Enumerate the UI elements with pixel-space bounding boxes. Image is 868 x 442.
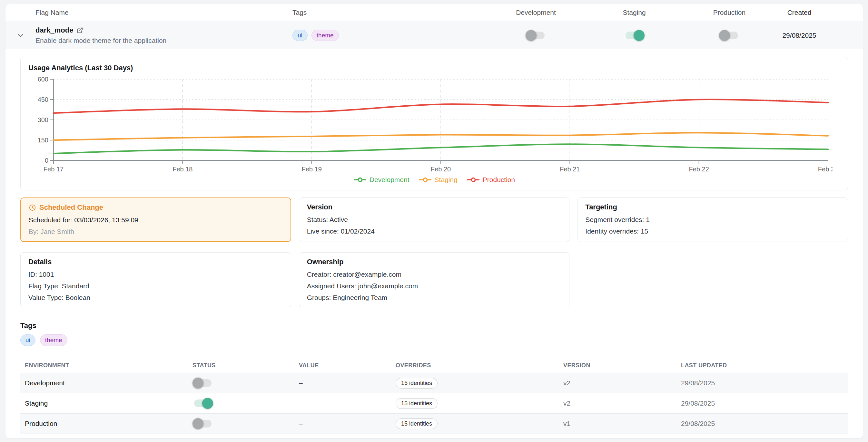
targeting-card: Targeting Segment overrides: 1 Identity … [577, 198, 848, 242]
identities-badge[interactable]: 15 identities [396, 418, 438, 429]
header-development: Development [488, 9, 584, 16]
svg-text:600: 600 [38, 76, 49, 83]
svg-text:Feb 17: Feb 17 [43, 166, 64, 172]
col-environment: ENVIRONMENT [20, 362, 188, 369]
chart-title: Usage Analytics (Last 30 Days) [28, 64, 840, 72]
svg-text:300: 300 [38, 116, 49, 124]
flag-name: dark_mode [35, 26, 73, 34]
ownership-creator: Creator: creator@example.com [307, 270, 562, 279]
svg-text:Feb 18: Feb 18 [173, 166, 192, 172]
chevron-down-icon[interactable] [17, 31, 25, 40]
col-value: VALUE [294, 362, 391, 369]
scheduled-change-title: Scheduled Change [39, 203, 103, 212]
col-status: STATUS [188, 362, 294, 369]
env-value: – [294, 379, 391, 387]
header-flag-name: Flag Name [35, 9, 292, 16]
env-name: Development [20, 379, 188, 387]
ownership-groups: Groups: Engineering Team [307, 293, 562, 302]
flag-row-dark-mode[interactable]: dark_mode Enable dark mode theme for the… [5, 21, 863, 49]
development-toggle[interactable] [526, 30, 546, 41]
targeting-title: Targeting [585, 203, 840, 211]
details-flag-type: Flag Type: Standard [28, 281, 283, 290]
env-value: – [294, 420, 391, 428]
flag-description: Enable dark mode theme for the applicati… [35, 37, 292, 44]
env-name: Production [20, 420, 188, 428]
tag-theme: theme [40, 334, 67, 346]
table-row-production: Production – 15 identities v1 29/08/2025 [20, 414, 848, 434]
env-value: – [294, 400, 391, 407]
env-last-updated: 29/08/2025 [677, 400, 848, 407]
external-link-icon[interactable] [76, 27, 83, 34]
header-tags: Tags [292, 9, 488, 16]
ownership-card: Ownership Creator: creator@example.com A… [299, 252, 570, 308]
version-card: Version Status: Active Live since: 01/02… [299, 198, 570, 242]
header-created: Created [774, 9, 863, 16]
version-title: Version [307, 203, 562, 211]
header-production: Production [684, 9, 774, 16]
legend-item-staging[interactable]: Staging [418, 176, 458, 183]
svg-text:450: 450 [38, 96, 49, 103]
chart-legend: Development Staging Production [28, 174, 840, 185]
identities-badge[interactable]: 15 identities [396, 398, 438, 409]
version-live-since: Live since: 01/02/2024 [307, 227, 562, 236]
env-version: v2 [559, 379, 677, 387]
env-version: v2 [559, 400, 677, 407]
identity-overrides: Identity overrides: 15 [585, 227, 840, 236]
environments-table: ENVIRONMENT STATUS VALUE OVERRIDES VERSI… [20, 358, 848, 434]
svg-text:150: 150 [38, 137, 49, 144]
env-last-updated: 29/08/2025 [677, 379, 848, 387]
scheduled-change-card: Scheduled Change Scheduled for: 03/03/20… [20, 198, 291, 242]
header-staging: Staging [584, 9, 684, 16]
segment-overrides: Segment overrides: 1 [585, 215, 840, 224]
scheduled-by-text: By: Jane Smith [29, 227, 283, 236]
usage-analytics-card: Usage Analytics (Last 30 Days) 015030045… [20, 57, 848, 191]
env-last-updated: 29/08/2025 [677, 420, 848, 428]
table-row-development: Development – 15 identities v2 29/08/202… [20, 373, 848, 393]
table-row-staging: Staging – 15 identities v2 29/08/2025 [20, 393, 848, 414]
tag-ui: ui [20, 334, 35, 346]
version-status: Status: Active [307, 215, 562, 224]
env-name: Staging [20, 400, 188, 407]
clock-icon [29, 204, 36, 211]
staging-status-toggle[interactable] [192, 398, 213, 409]
svg-text:0: 0 [45, 157, 49, 164]
tag-ui: ui [292, 30, 308, 41]
svg-text:Feb 20: Feb 20 [431, 166, 451, 172]
ownership-title: Ownership [307, 258, 562, 266]
details-value-type: Value Type: Boolean [28, 293, 283, 302]
col-version: VERSION [559, 362, 677, 369]
production-toggle[interactable] [719, 30, 740, 41]
col-overrides: OVERRIDES [391, 362, 559, 369]
svg-text:Feb 22: Feb 22 [689, 166, 709, 172]
environments-table-header: ENVIRONMENT STATUS VALUE OVERRIDES VERSI… [20, 358, 848, 373]
flag-created-date: 29/08/2025 [774, 32, 863, 39]
usage-analytics-chart: 0150300450600Feb 17Feb 18Feb 19Feb 20Feb… [28, 75, 833, 172]
development-status-toggle[interactable] [192, 377, 213, 389]
col-last-updated: LAST UPDATED [677, 362, 848, 369]
scheduled-for-text: Scheduled for: 03/03/2026, 13:59:09 [29, 215, 283, 224]
flag-list-header: Flag Name Tags Development Staging Produ… [5, 4, 863, 21]
tags-section: Tags ui theme [20, 321, 848, 346]
production-status-toggle[interactable] [192, 418, 213, 430]
flag-detail-panel: Flag Name Tags Development Staging Produ… [5, 4, 863, 438]
legend-item-production[interactable]: Production [467, 176, 515, 183]
identities-badge[interactable]: 15 identities [396, 378, 438, 388]
details-card: Details ID: 1001 Flag Type: Standard Val… [20, 252, 291, 308]
tags-section-title: Tags [20, 321, 848, 330]
svg-text:Feb 21: Feb 21 [560, 166, 580, 172]
flag-detail-expanded: Usage Analytics (Last 30 Days) 015030045… [5, 49, 863, 438]
svg-text:Feb 23: Feb 23 [818, 166, 833, 172]
details-title: Details [28, 258, 283, 266]
svg-text:Feb 19: Feb 19 [302, 166, 322, 172]
staging-toggle[interactable] [624, 30, 645, 41]
ownership-assigned-users: Assigned Users: john@example.com [307, 281, 562, 290]
env-version: v1 [559, 420, 677, 428]
details-id: ID: 1001 [28, 270, 283, 279]
tag-theme: theme [311, 30, 339, 41]
legend-item-development[interactable]: Development [353, 176, 409, 183]
